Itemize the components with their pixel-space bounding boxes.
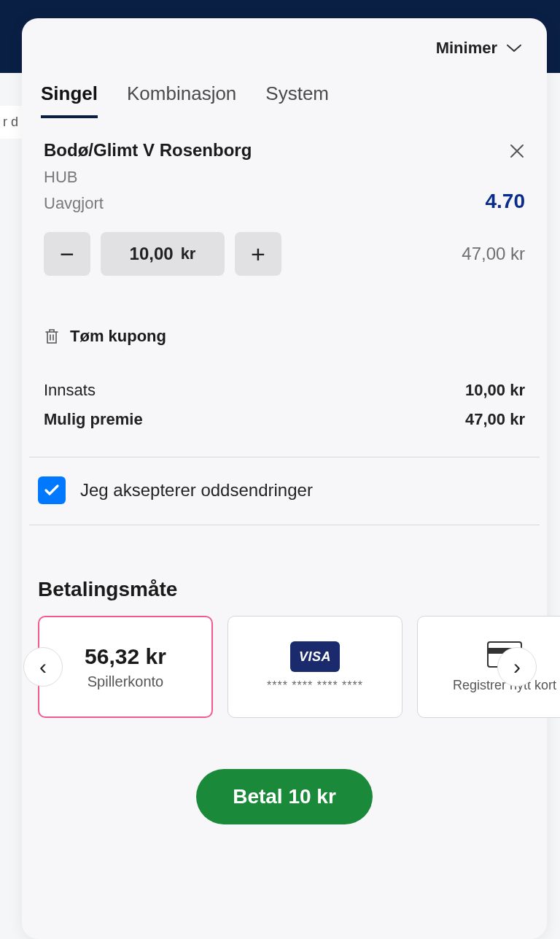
stake-label: Innsats (44, 381, 96, 400)
payment-section: Betalingsmåte ‹ 56,32 kr Spillerkonto VI… (29, 525, 540, 718)
minimize-label: Minimer (436, 39, 497, 58)
visa-icon: VISA (290, 641, 340, 672)
bet-match: Bodø/Glimt V Rosenborg (44, 140, 252, 161)
tab-kombinasjon[interactable]: Kombinasjon (127, 82, 236, 118)
close-icon[interactable] (509, 143, 525, 159)
account-balance: 56,32 kr (85, 644, 166, 669)
bet-odds: 4.70 (486, 190, 526, 213)
chevron-down-icon (506, 44, 522, 53)
stake-currency: kr (181, 244, 196, 263)
potential-return: 47,00 kr (462, 244, 525, 264)
bet-selection: Uavgjort (44, 194, 104, 213)
accept-odds-checkbox[interactable] (38, 476, 66, 504)
clear-coupon-label: Tøm kupong (70, 327, 166, 346)
betslip-panel: Minimer Singel Kombinasjon System Bodø/G… (22, 18, 547, 939)
payment-card-account[interactable]: 56,32 kr Spillerkonto (38, 616, 213, 718)
accept-odds-label: Jeg aksepterer oddsendringer (80, 480, 313, 501)
bet-item: Bodø/Glimt V Rosenborg HUB Uavgjort 4.70… (29, 118, 540, 276)
accept-odds-row: Jeg aksepterer oddsendringer (29, 457, 540, 525)
check-icon (44, 484, 60, 497)
stake-value: 10,00 (130, 244, 174, 264)
payment-cards: ‹ 56,32 kr Spillerkonto VISA **** **** *… (38, 616, 531, 718)
bet-market: HUB (44, 168, 525, 187)
payment-prev-button[interactable]: ‹ (23, 647, 63, 687)
betslip-tabs: Singel Kombinasjon System (29, 65, 540, 118)
tab-system[interactable]: System (265, 82, 329, 118)
stake-total: 10,00 kr (465, 381, 525, 400)
payment-next-button[interactable]: › (497, 647, 537, 687)
tab-singel[interactable]: Singel (41, 82, 98, 118)
account-label: Spillerkonto (88, 673, 164, 690)
stake-input[interactable]: 10,00 kr (101, 232, 225, 276)
summary: Innsats 10,00 kr Mulig premie 47,00 kr (29, 381, 540, 457)
payment-title: Betalingsmåte (38, 578, 531, 601)
prize-value: 47,00 kr (465, 410, 525, 429)
decrease-stake-button[interactable]: − (44, 232, 90, 276)
pay-button[interactable]: Betal 10 kr (196, 769, 373, 824)
card-masked-number: **** **** **** **** (267, 679, 363, 692)
increase-stake-button[interactable]: + (235, 232, 281, 276)
clear-coupon-button[interactable]: Tøm kupong (29, 327, 181, 346)
payment-card-new[interactable]: Registrer nytt kort (417, 616, 560, 718)
trash-icon (44, 328, 60, 345)
stake-controls: − 10,00 kr + 47,00 kr (44, 232, 525, 276)
minimize-button[interactable]: Minimer (29, 18, 540, 65)
prize-label: Mulig premie (44, 410, 143, 429)
chevron-right-icon: › (513, 654, 521, 679)
payment-card-visa[interactable]: VISA **** **** **** **** (228, 616, 402, 718)
chevron-left-icon: ‹ (39, 654, 47, 679)
